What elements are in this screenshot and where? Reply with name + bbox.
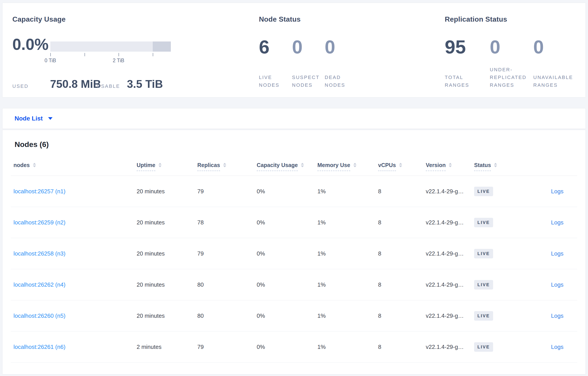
column-header-version[interactable]: Version: [424, 162, 472, 168]
uptime-cell: 20 minutes: [134, 219, 195, 226]
memory-use-cell: 1%: [315, 313, 376, 319]
table-row: localhost:26261 (n6) 2 minutes 79 0% 1% …: [11, 331, 577, 363]
replication-status-title: Replication Status: [445, 15, 586, 23]
memory-use-cell: 1%: [315, 219, 376, 226]
sort-arrows-icon[interactable]: [494, 163, 497, 167]
version-cell: v22.1.4-29-g…: [424, 281, 472, 288]
table-row: localhost:26260 (n5) 20 minutes 80 0% 1%…: [11, 300, 577, 331]
capacity-usage-cell: 0%: [254, 344, 315, 350]
uptime-cell: 20 minutes: [134, 313, 195, 319]
sort-arrows-icon[interactable]: [223, 163, 226, 167]
uptime-cell: 20 minutes: [134, 188, 195, 195]
sort-arrows-icon[interactable]: [301, 163, 304, 167]
unavailable-ranges-stat: 0 UNAVAILABLE RANGES: [533, 37, 588, 89]
replicas-cell: 78: [195, 219, 254, 226]
capacity-usage-cell: 0%: [254, 250, 315, 257]
live-nodes-label: LIVE NODES: [259, 73, 285, 89]
dead-nodes-value: 0: [325, 37, 356, 56]
usable-value: 3.5 TiB: [127, 79, 163, 90]
axis-tick-label: 0 TiB: [37, 58, 63, 63]
node-status-title: Node Status: [259, 15, 391, 23]
total-ranges-label: TOTAL RANGES: [445, 73, 477, 89]
capacity-usage-bar: [50, 42, 171, 52]
vcpus-cell: 8: [376, 250, 424, 257]
logs-link[interactable]: Logs: [551, 313, 564, 319]
view-selector-bar: Node List: [2, 108, 586, 129]
sort-arrows-icon[interactable]: [399, 163, 402, 167]
table-row: localhost:26257 (n1) 20 minutes 79 0% 1%…: [11, 176, 577, 207]
memory-use-cell: 1%: [315, 281, 376, 288]
logs-link[interactable]: Logs: [551, 281, 564, 288]
capacity-usage-title: Capacity Usage: [12, 15, 244, 23]
capacity-usage-cell: 0%: [254, 281, 315, 288]
capacity-usage-cell: 0%: [254, 219, 315, 226]
sort-arrows-icon[interactable]: [353, 163, 357, 167]
total-ranges-stat: 95 TOTAL RANGES: [445, 37, 490, 89]
column-header-capacity-usage[interactable]: Capacity Usage: [254, 162, 315, 168]
version-cell: v22.1.4-29-g…: [424, 219, 472, 226]
replication-stats: 95 TOTAL RANGES 0 UNDER-REPLICATED RANGE…: [445, 37, 588, 89]
status-badge: LIVE: [474, 187, 493, 196]
suspect-nodes-label: SUSPECT NODES: [292, 73, 320, 89]
node-link[interactable]: localhost:26260 (n5): [13, 313, 65, 319]
column-header-nodes[interactable]: nodes: [11, 162, 134, 168]
logs-link[interactable]: Logs: [551, 344, 564, 350]
status-badge: LIVE: [474, 218, 493, 227]
live-nodes-value: 6: [259, 37, 285, 56]
dead-nodes-stat: 0 DEAD NODES: [325, 37, 369, 89]
logs-link[interactable]: Logs: [551, 250, 564, 257]
vcpus-cell: 8: [376, 219, 424, 226]
used-value: 750.8 MiB: [50, 79, 101, 90]
sort-arrows-icon[interactable]: [158, 163, 162, 167]
column-header-uptime[interactable]: Uptime: [134, 162, 195, 168]
under-replicated-ranges-value: 0: [490, 37, 529, 56]
chevron-down-icon: [48, 117, 52, 120]
vcpus-cell: 8: [376, 188, 424, 195]
column-header-vcpus[interactable]: vCPUs: [376, 162, 424, 168]
cluster-overview-card: Capacity Usage 0.0% 0 TiB 2 TiB USED 750…: [2, 3, 586, 97]
status-badge: LIVE: [474, 342, 493, 352]
version-cell: v22.1.4-29-g…: [424, 250, 472, 257]
node-link[interactable]: localhost:26258 (n3): [13, 250, 65, 257]
uptime-cell: 2 minutes: [134, 344, 195, 350]
under-replicated-ranges-label: UNDER-REPLICATED RANGES: [490, 66, 529, 89]
dead-nodes-label: DEAD NODES: [325, 73, 356, 89]
capacity-usage-section: Capacity Usage 0.0% 0 TiB 2 TiB USED 750…: [12, 15, 244, 90]
status-badge: LIVE: [474, 280, 493, 290]
nodes-panel: Nodes (6) nodes Uptime Replicas Capacity…: [2, 130, 586, 375]
status-badge: LIVE: [474, 249, 493, 258]
logs-link[interactable]: Logs: [551, 188, 564, 195]
capacity-percent-value: 0.0%: [12, 36, 49, 52]
node-list-dropdown[interactable]: Node List: [15, 115, 52, 122]
memory-use-cell: 1%: [315, 188, 376, 195]
uptime-cell: 20 minutes: [134, 250, 195, 257]
column-header-replicas[interactable]: Replicas: [195, 162, 254, 168]
sort-arrows-icon[interactable]: [33, 163, 36, 167]
axis-tick: [153, 53, 153, 56]
used-label: USED: [12, 84, 29, 89]
node-link[interactable]: localhost:26257 (n1): [13, 188, 65, 195]
sort-arrows-icon[interactable]: [449, 163, 452, 167]
suspect-nodes-value: 0: [292, 37, 320, 56]
unavailable-ranges-label: UNAVAILABLE RANGES: [533, 73, 588, 89]
node-link[interactable]: localhost:26261 (n6): [13, 344, 65, 350]
capacity-usage-cell: 0%: [254, 188, 315, 195]
unavailable-ranges-value: 0: [533, 37, 588, 56]
version-cell: v22.1.4-29-g…: [424, 188, 472, 195]
vcpus-cell: 8: [376, 313, 424, 319]
table-row: localhost:26262 (n4) 20 minutes 80 0% 1%…: [11, 269, 577, 300]
under-replicated-ranges-stat: 0 UNDER-REPLICATED RANGES: [490, 37, 533, 89]
node-list-dropdown-label: Node List: [15, 115, 43, 122]
node-link[interactable]: localhost:26262 (n4): [13, 281, 65, 288]
node-link[interactable]: localhost:26259 (n2): [13, 219, 65, 226]
version-cell: v22.1.4-29-g…: [424, 344, 472, 350]
replication-status-section: Replication Status 95 TOTAL RANGES 0 UND…: [445, 15, 586, 23]
vcpus-cell: 8: [376, 344, 424, 350]
column-header-status[interactable]: Status: [472, 162, 524, 168]
status-badge: LIVE: [474, 311, 493, 321]
memory-use-cell: 1%: [315, 250, 376, 257]
nodes-panel-title: Nodes (6): [2, 130, 586, 149]
node-status-stats: 6 LIVE NODES 0 SUSPECT NODES 0 DEAD NODE…: [259, 37, 369, 89]
logs-link[interactable]: Logs: [551, 219, 564, 226]
column-header-memory-use[interactable]: Memory Use: [315, 162, 376, 168]
